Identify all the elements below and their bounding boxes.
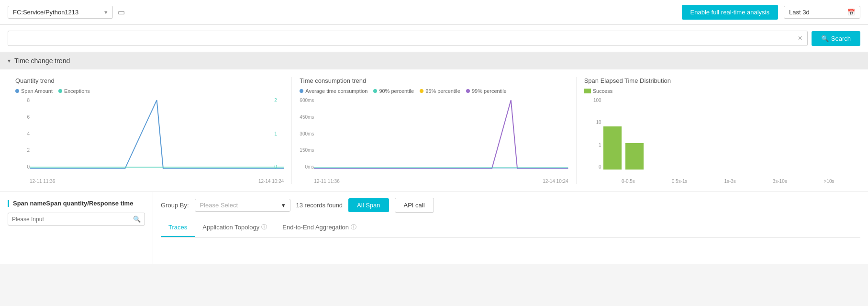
p99-dot [466,89,470,93]
p90-label: 90% percentile [379,88,414,94]
group-by-select[interactable]: Please Select ▾ [195,199,290,212]
title-accent [8,200,9,207]
span-search-input[interactable] [12,216,133,223]
records-found: 13 records found [296,202,343,209]
time-change-trend-section-header[interactable]: ▾ Time change trend [0,52,868,69]
x-label-1-3: 1s-3s [724,179,735,184]
time-y-axis: 600ms 450ms 300ms 150ms 0ms [300,98,314,170]
service-select-text: FC:Service/Python1213 [13,9,100,16]
span-search-wrap: 🔍 [8,213,145,226]
legend-span-amount: Span Amount [15,88,53,94]
quantity-chart-title: Quantity trend [15,77,284,84]
elapsed-chart-title: Span Elapsed Time Distribution [584,77,853,84]
charts-area: Quantity trend Span Amount Exceptions 8 … [0,69,868,192]
span-amount-label: Span Amount [21,88,53,94]
time-consumption-title: Time consumption trend [300,77,568,84]
legend-exceptions: Exceptions [58,88,90,94]
x-label-0-0.5: 0-0.5s [622,179,635,184]
chevron-down-icon: ▾ [104,9,108,16]
p95-dot [420,89,423,93]
quantity-chart-legend: Span Amount Exceptions [15,88,284,94]
tab-application-topology[interactable]: Application Topology ⓘ [195,218,275,237]
search-input[interactable] [13,35,795,42]
search-button[interactable]: 🔍 Search [812,31,860,46]
quantity-x-axis: 12-11 11:36 12-14 10:24 [30,179,284,184]
x-label-over-10: >10s [824,179,835,184]
legend-99pct: 99% percentile [466,88,507,94]
right-panel: Group By: Please Select ▾ 13 records fou… [153,192,868,264]
tab-end-to-end-aggregation[interactable]: End-to-End Aggregation ⓘ [275,218,364,237]
elapsed-bars [603,98,853,170]
legend-avg: Average time consumption [300,88,367,94]
time-x-axis: 12-11 11:36 12-14 10:24 [314,179,568,184]
tab-traces[interactable]: Traces [161,218,195,237]
legend-success: Success [584,88,613,94]
bottom-section: Span nameSpan quantity/ Response time 🔍 … [0,192,868,264]
api-call-button[interactable]: API call [395,198,434,213]
legend-95pct: 95% percentile [420,88,460,94]
bar-0-0.5s [603,126,622,170]
search-input-wrap: × [8,31,808,46]
span-amount-dot [15,89,19,93]
span-name-label: Span name [13,200,46,207]
service-select[interactable]: FC:Service/Python1213 ▾ [8,6,113,19]
time-consumption-plot [314,98,568,170]
enable-full-analysis-button[interactable]: Enable full real-time analysis [682,5,778,20]
date-range-selector[interactable]: Last 3d 📅 [784,6,860,19]
search-icon: 🔍 [133,215,141,223]
all-span-button[interactable]: All Span [348,198,389,212]
elapsed-y-axis: 100 10 1 0 [584,98,603,170]
group-by-label: Group By: [161,202,189,209]
p90-dot [373,89,377,93]
p99-label: 99% percentile [472,88,507,94]
time-consumption-legend: Average time consumption 90% percentile … [300,88,568,94]
span-quantity-label: Span quantity [46,200,87,207]
right-top-controls: Group By: Please Select ▾ 13 records fou… [161,198,860,213]
elapsed-x-axis: 0-0.5s 0.5s-1s 1s-3s 3s-10s >10s [603,179,853,184]
time-consumption-panel: Time consumption trend Average time cons… [292,77,576,184]
elapsed-chart-legend: Success [584,88,853,94]
bar-0.5s-1s [625,143,644,170]
x-label-3-10: 3s-10s [773,179,787,184]
chevron-down-icon: ▾ [282,202,285,209]
close-icon[interactable]: × [798,34,802,43]
success-label: Success [593,88,613,94]
elapsed-time-panel: Span Elapsed Time Distribution Success 1… [577,77,860,184]
avg-dot [300,89,303,93]
calendar-icon: 📅 [847,9,855,16]
x-label-0.5-1: 0.5s-1s [672,179,688,184]
quantity-y-axis: 8 6 4 2 0 [15,98,30,170]
avg-label: Average time consumption [305,88,367,94]
success-rect [584,89,591,93]
elapsed-hist-chart: 100 10 1 0 [584,98,853,184]
help-icon-topology: ⓘ [261,223,267,231]
chevron-down-icon: ▾ [8,57,11,64]
time-consumption-chart-area: 600ms 450ms 300ms 150ms 0ms 12-11 11:36 [300,98,568,184]
response-time-label: Response time [89,200,133,207]
quantity-y-axis-right: 2 1 0 [274,98,284,170]
exceptions-label: Exceptions [64,88,90,94]
quantity-chart-area: 8 6 4 2 0 12-11 11:36 12-14 10:24 [15,98,284,184]
exceptions-dot [58,89,62,93]
help-icon-aggregation: ⓘ [351,223,356,231]
bell-icon[interactable]: ▭ [118,8,125,17]
tabs: Traces Application Topology ⓘ End-to-End… [161,218,860,238]
left-panel-title: Span nameSpan quantity/ Response time [8,200,145,207]
search-icon: 🔍 [821,35,829,42]
section-title: Time change trend [14,57,70,65]
group-select-placeholder: Please Select [200,202,282,209]
p95-label: 95% percentile [425,88,460,94]
search-bar: × 🔍 Search [0,25,868,52]
top-bar: FC:Service/Python1213 ▾ ▭ Enable full re… [0,0,868,25]
date-range-text: Last 3d [789,9,844,16]
legend-90pct: 90% percentile [373,88,414,94]
left-panel: Span nameSpan quantity/ Response time 🔍 [0,192,153,264]
quantity-plot [30,98,284,170]
quantity-trend-panel: Quantity trend Span Amount Exceptions 8 … [8,77,292,184]
